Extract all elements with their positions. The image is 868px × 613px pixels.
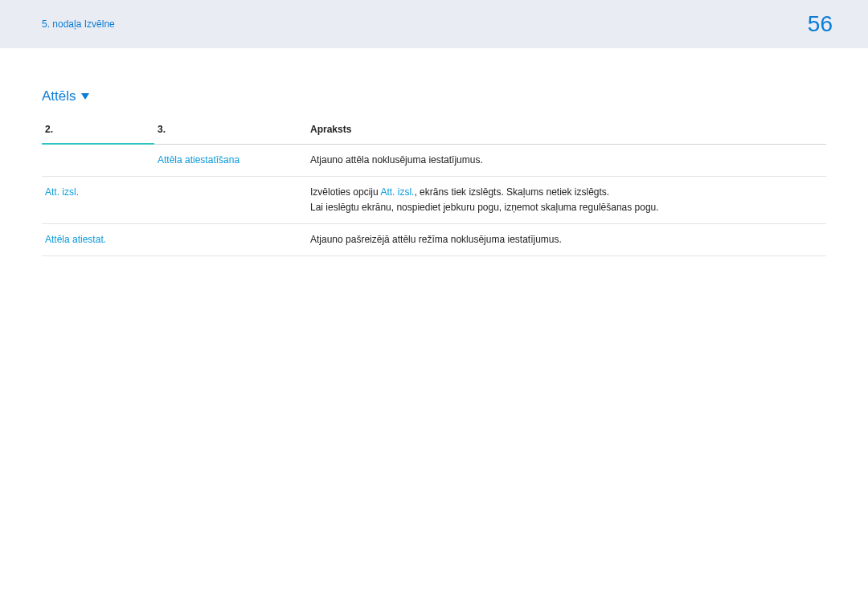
table-header-row: 2. 3. Apraksts bbox=[42, 119, 826, 143]
col-header-3: 3. bbox=[154, 119, 307, 143]
cell-col2[interactable]: Attēla atiestat. bbox=[42, 224, 154, 256]
cell-col3 bbox=[154, 176, 307, 223]
cell-desc: Izvēloties opciju Att. izsl., ekrāns tie… bbox=[307, 176, 826, 223]
triangle-down-icon bbox=[81, 93, 89, 100]
page-number: 56 bbox=[808, 11, 833, 37]
page-header: 5. nodaļa Izvēlne 56 bbox=[0, 0, 868, 48]
table-row: Attēla atiestatīšana Atjauno attēla nokl… bbox=[42, 144, 826, 176]
table-row: Attēla atiestat. Atjauno pašreizējā attē… bbox=[42, 224, 826, 256]
section-title[interactable]: Attēls bbox=[42, 88, 89, 104]
cell-col3 bbox=[154, 224, 307, 256]
desc-text: Izvēloties opciju bbox=[310, 186, 380, 198]
cell-col2[interactable]: Att. izsl. bbox=[42, 176, 154, 223]
cell-col3[interactable]: Attēla atiestatīšana bbox=[154, 144, 307, 176]
section-title-label: Attēls bbox=[42, 88, 76, 104]
col-header-desc: Apraksts bbox=[307, 119, 826, 143]
inline-link[interactable]: Att. izsl. bbox=[380, 186, 414, 198]
spec-table: 2. 3. Apraksts Attēla atiestatīšana Atja… bbox=[42, 119, 826, 256]
page-content: Attēls 2. 3. Apraksts Attēla atiestatīša… bbox=[0, 48, 868, 256]
cell-col2 bbox=[42, 144, 154, 176]
cell-desc: Atjauno pašreizējā attēlu režīma noklusē… bbox=[307, 224, 826, 256]
desc-text: , ekrāns tiek izslēgts. Skaļums netiek i… bbox=[414, 186, 609, 198]
desc-text: Lai ieslēgtu ekrānu, nospiediet jebkuru … bbox=[310, 202, 659, 213]
table-row: Att. izsl. Izvēloties opciju Att. izsl.,… bbox=[42, 176, 826, 223]
breadcrumb[interactable]: 5. nodaļa Izvēlne bbox=[42, 18, 115, 30]
cell-desc: Atjauno attēla noklusējuma iestatījumus. bbox=[307, 144, 826, 176]
col-header-2: 2. bbox=[42, 119, 154, 143]
